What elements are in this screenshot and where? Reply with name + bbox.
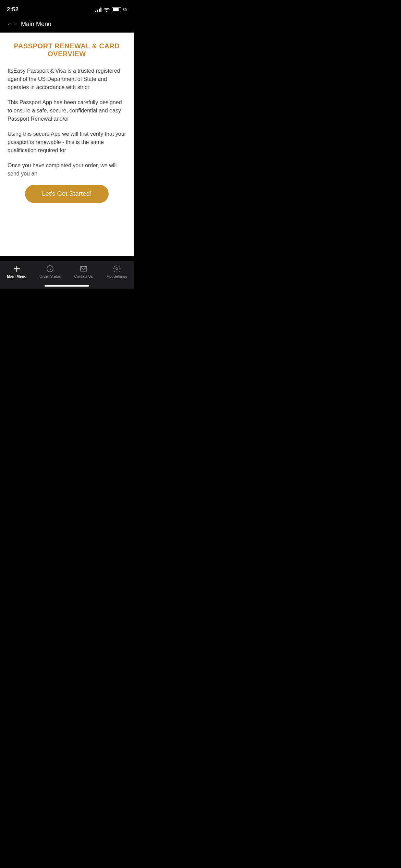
paragraph-3: Using this secure App we will first veri… — [8, 130, 126, 155]
home-indicator — [45, 285, 89, 287]
tab-bar: Main Menu Order Status Contact Us AppSet… — [0, 261, 134, 289]
nav-title: ← Main Menu — [13, 21, 51, 28]
tab-contact-us[interactable]: Contact Us — [67, 265, 100, 278]
tab-app-settings[interactable]: AppSettings — [100, 265, 134, 278]
lets-get-started-button[interactable]: Let's Get Started! — [25, 185, 109, 203]
tab-app-settings-label: AppSettings — [107, 274, 127, 278]
plus-icon — [13, 265, 21, 273]
mail-icon — [80, 265, 88, 273]
battery-text: 89 — [123, 8, 127, 12]
status-icons: 89 — [95, 7, 127, 12]
wifi-icon — [104, 7, 110, 12]
paragraph-2: This Passport App has been carefully des… — [8, 98, 126, 123]
page-title: PASSPORT RENEWAL & CARD OVERVIEW — [8, 42, 126, 58]
svg-rect-1 — [81, 266, 87, 271]
tab-contact-us-label: Contact Us — [74, 274, 93, 278]
tab-main-menu-label: Main Menu — [7, 274, 26, 278]
tab-order-status[interactable]: Order Status — [34, 265, 67, 278]
battery-indicator: 89 — [112, 7, 127, 12]
tab-order-status-label: Order Status — [39, 274, 61, 278]
status-time: 2:52 — [7, 6, 19, 13]
nav-header[interactable]: ← ← Main Menu — [0, 17, 134, 33]
tab-main-menu[interactable]: Main Menu — [0, 265, 34, 278]
paragraph-4: Once you have completed your order, we w… — [8, 161, 126, 178]
status-bar: 2:52 89 — [0, 0, 134, 17]
svg-point-2 — [116, 268, 118, 270]
cta-container: Let's Get Started! — [8, 185, 126, 203]
clock-icon — [46, 265, 54, 273]
main-content: PASSPORT RENEWAL & CARD OVERVIEW ItsEasy… — [0, 33, 134, 256]
paragraph-1: ItsEasy Passport & Visa is a trusted reg… — [8, 67, 126, 92]
gear-icon — [113, 265, 121, 273]
signal-icon — [95, 7, 101, 12]
back-arrow-icon[interactable]: ← — [7, 21, 13, 28]
